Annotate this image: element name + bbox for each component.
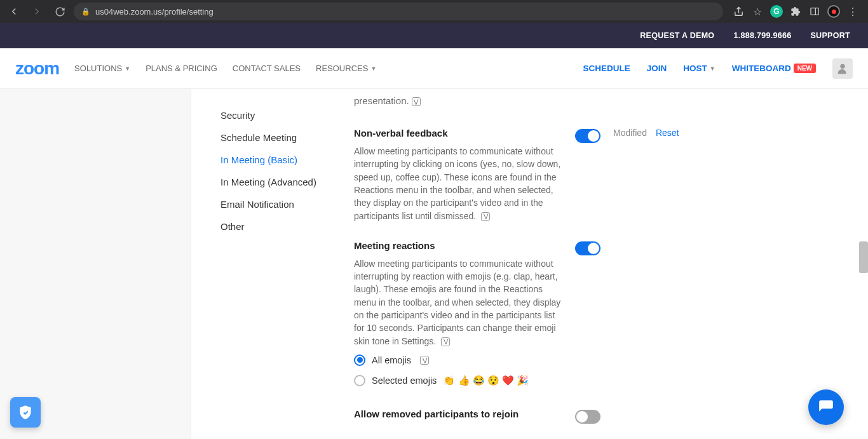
- nav-whiteboard[interactable]: WHITEBOARDNEW: [732, 64, 816, 73]
- url-bar[interactable]: 🔒 us04web.zoom.us/profile/setting: [74, 3, 723, 20]
- svg-point-3: [840, 64, 844, 68]
- setting-meeting-reactions: Meeting reactions Allow meeting particip…: [354, 229, 849, 397]
- svg-rect-1: [811, 8, 818, 15]
- zoom-logo[interactable]: zoom: [15, 58, 59, 79]
- setting-text: Allow removed participants to rejoin: [354, 409, 575, 426]
- sidenav-in-meeting-basic[interactable]: In Meeting (Basic): [220, 149, 353, 171]
- setting-toggle-wrap: [575, 128, 613, 222]
- shield-fab[interactable]: [10, 397, 41, 428]
- reload-button[interactable]: [51, 3, 69, 20]
- setting-allow-rejoin: Allow removed participants to rejoin: [354, 397, 849, 432]
- lock-icon: 🔒: [81, 8, 90, 16]
- nav-plans[interactable]: PLANS & PRICING: [146, 64, 217, 73]
- toggle-nonverbal[interactable]: [575, 129, 600, 143]
- browser-chrome: 🔒 us04web.zoom.us/profile/setting ☆ G ⋮: [0, 0, 868, 23]
- extensions-icon[interactable]: [789, 5, 802, 18]
- sidenav-email-notification[interactable]: Email Notification: [220, 193, 353, 215]
- support-link[interactable]: SUPPORT: [810, 31, 850, 40]
- chrome-actions: ☆ G ⋮: [728, 5, 863, 18]
- radio-selected-emojis[interactable]: Selected emojis 👏 👍 😂 😯 ❤️ 🎉: [354, 370, 562, 391]
- url-text: us04web.zoom.us/profile/setting: [95, 7, 214, 17]
- avatar[interactable]: [832, 58, 853, 79]
- scrollbar-thumb[interactable]: [859, 241, 868, 273]
- toggle-reactions[interactable]: [575, 241, 600, 255]
- nav-host[interactable]: HOST▼: [683, 64, 715, 73]
- nav-solutions[interactable]: SOLUTIONS▼: [74, 64, 130, 73]
- chevron-down-icon: ▼: [710, 65, 715, 72]
- settings-panel: Security Schedule Meeting In Meeting (Ba…: [191, 89, 868, 439]
- reactions-radio-group: All emojis ⋁ Selected emojis 👏 👍 😂 😯 ❤️ …: [354, 350, 562, 391]
- new-badge: NEW: [794, 64, 816, 73]
- radio-label: Selected emojis: [372, 375, 437, 386]
- sidenav-other[interactable]: Other: [220, 215, 353, 238]
- left-spacer: [0, 89, 191, 439]
- chat-fab[interactable]: [808, 389, 844, 425]
- utility-bar: REQUEST A DEMO 1.888.799.9666 SUPPORT: [0, 23, 868, 48]
- content-wrap: Security Schedule Meeting In Meeting (Ba…: [0, 89, 868, 439]
- browser-menu-icon[interactable]: ⋮: [846, 5, 859, 18]
- cutoff-prev-setting: presentation.⋁: [354, 95, 849, 116]
- sidenav-schedule-meeting[interactable]: Schedule Meeting: [220, 126, 353, 149]
- nav-left: SOLUTIONS▼ PLANS & PRICING CONTACT SALES…: [74, 64, 376, 73]
- radio-icon: [354, 355, 365, 366]
- star-icon[interactable]: ☆: [751, 5, 764, 18]
- setting-text: Non-verbal feedback Allow meeting partic…: [354, 128, 575, 222]
- panel-icon[interactable]: [808, 5, 821, 18]
- radio-label: All emojis: [372, 355, 411, 365]
- radio-icon: [354, 375, 365, 386]
- nav-schedule[interactable]: SCHEDULE: [583, 64, 630, 73]
- radio-all-emojis[interactable]: All emojis ⋁: [354, 350, 562, 370]
- chevron-down-icon: ▼: [125, 65, 130, 72]
- nav-contact[interactable]: CONTACT SALES: [233, 64, 301, 73]
- forward-button[interactable]: [28, 3, 46, 20]
- setting-title: Meeting reactions: [354, 240, 562, 251]
- chevron-down-icon: ▼: [370, 65, 376, 72]
- share-icon[interactable]: [732, 5, 745, 18]
- setting-title: Non-verbal feedback: [354, 128, 562, 138]
- nav-right: SCHEDULE JOIN HOST▼ WHITEBOARDNEW: [583, 58, 853, 79]
- reset-link[interactable]: Reset: [656, 128, 679, 222]
- setting-meta: Modified Reset: [613, 128, 679, 222]
- info-icon[interactable]: ⋁: [412, 97, 421, 106]
- back-button[interactable]: [5, 3, 23, 20]
- request-demo-link[interactable]: REQUEST A DEMO: [640, 31, 714, 40]
- modified-label: Modified: [613, 128, 647, 222]
- sidenav-security[interactable]: Security: [220, 104, 353, 126]
- setting-toggle-wrap: [575, 240, 613, 391]
- main-header: zoom SOLUTIONS▼ PLANS & PRICING CONTACT …: [0, 48, 868, 89]
- info-icon[interactable]: ⋁: [441, 337, 450, 346]
- phone-link[interactable]: 1.888.799.9666: [733, 31, 791, 40]
- grammarly-icon[interactable]: G: [770, 5, 783, 18]
- sidenav-in-meeting-advanced[interactable]: In Meeting (Advanced): [220, 171, 353, 193]
- nav-resources[interactable]: RESOURCES▼: [316, 64, 376, 73]
- setting-text: Meeting reactions Allow meeting particip…: [354, 240, 575, 391]
- toggle-rejoin[interactable]: [575, 410, 600, 424]
- info-icon[interactable]: ⋁: [481, 212, 490, 221]
- setting-nonverbal-feedback: Non-verbal feedback Allow meeting partic…: [354, 116, 849, 229]
- setting-title: Allow removed participants to rejoin: [354, 409, 562, 419]
- setting-desc: Allow meeting participants to communicat…: [354, 145, 562, 222]
- setting-desc: Allow meeting participants to communicat…: [354, 257, 562, 348]
- info-icon[interactable]: ⋁: [420, 356, 429, 365]
- setting-toggle-wrap: [575, 409, 613, 426]
- settings-body[interactable]: presentation.⋁ Non-verbal feedback Allow…: [353, 89, 868, 439]
- record-icon[interactable]: [827, 5, 840, 18]
- nav-join[interactable]: JOIN: [647, 64, 667, 73]
- emoji-preview: 👏 👍 😂 😯 ❤️ 🎉: [443, 375, 529, 386]
- settings-sidenav: Security Schedule Meeting In Meeting (Ba…: [191, 89, 353, 439]
